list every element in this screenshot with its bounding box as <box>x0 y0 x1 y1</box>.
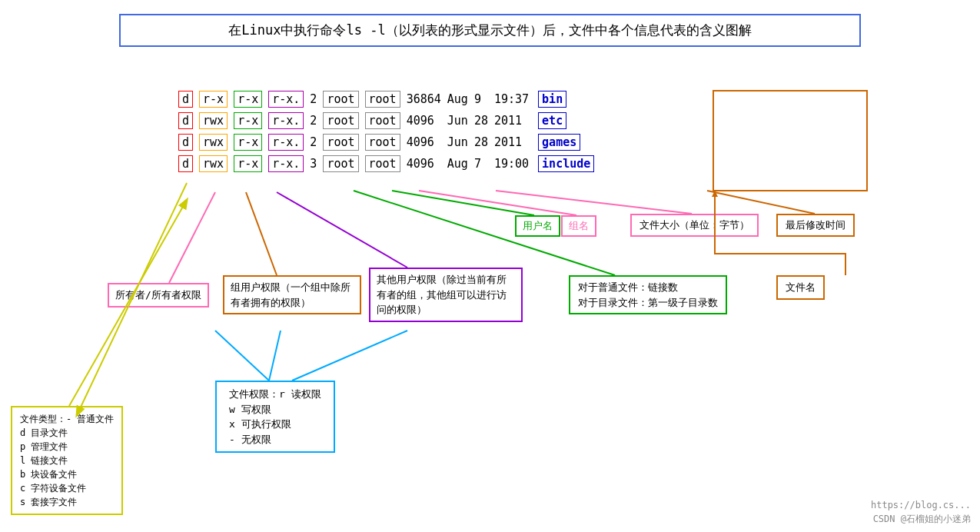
filename-label: 文件名 <box>776 275 825 300</box>
perm-label: 文件权限：r 读权限 w 写权限 x 可执行权限 - 无权限 <box>215 381 335 453</box>
svg-line-1 <box>169 192 215 283</box>
arrows-diagram <box>0 0 980 532</box>
svg-line-8 <box>392 191 534 215</box>
svg-line-6 <box>292 331 407 381</box>
file-size-label: 文件大小（单位：字节） <box>630 214 759 237</box>
other-perm-label: 其他用户权限（除过当前有所有者的组，其他组可以进行访问的权限） <box>369 268 523 322</box>
table-row: d rwx r-x r-x. 2 root root 4096 Jun 28 2… <box>175 110 597 131</box>
svg-rect-14 <box>713 91 867 191</box>
table-row: d r-x r-x r-x. 2 root root 36864 Aug 9 1… <box>175 88 597 110</box>
svg-marker-13 <box>712 191 718 197</box>
svg-line-3 <box>277 192 407 268</box>
main-title: 在Linux中执行命令ls -l（以列表的形式显示文件）后，文件中各个信息代表的… <box>119 14 861 47</box>
table-row: d rwx r-x r-x. 2 root root 4096 Jun 28 2… <box>175 131 597 153</box>
watermark: CSDN @石榴姐的小迷弟 <box>873 513 971 526</box>
svg-line-10 <box>496 191 692 214</box>
file-table: d r-x r-x r-x. 2 root root 36864 Aug 9 1… <box>175 88 597 175</box>
group-label: 组名 <box>561 215 596 237</box>
group-perm-label: 组用户权限（一个组中除所有者拥有的权限） <box>223 275 361 314</box>
mod-time-label: 最后修改时间 <box>776 214 855 237</box>
table-row: d rwx r-x r-x. 3 root root 4096 Aug 7 19… <box>175 153 597 175</box>
svg-line-2 <box>246 192 277 275</box>
owner-perm-label: 所有者/所有者权限 <box>108 283 209 308</box>
user-label: 用户名 <box>515 215 560 237</box>
svg-line-4 <box>215 331 269 381</box>
svg-line-9 <box>419 191 576 215</box>
svg-line-5 <box>269 331 281 381</box>
type-label: 文件类型：- 普通文件 d 目录文件 p 管理文件 l 链接文件 b 块设备文件… <box>11 406 123 515</box>
watermark-url: https://blog.cs... <box>871 500 971 510</box>
svg-line-11 <box>707 191 815 214</box>
link-label: 对于普通文件：链接数 对于目录文件：第一级子目录数 <box>569 275 727 314</box>
